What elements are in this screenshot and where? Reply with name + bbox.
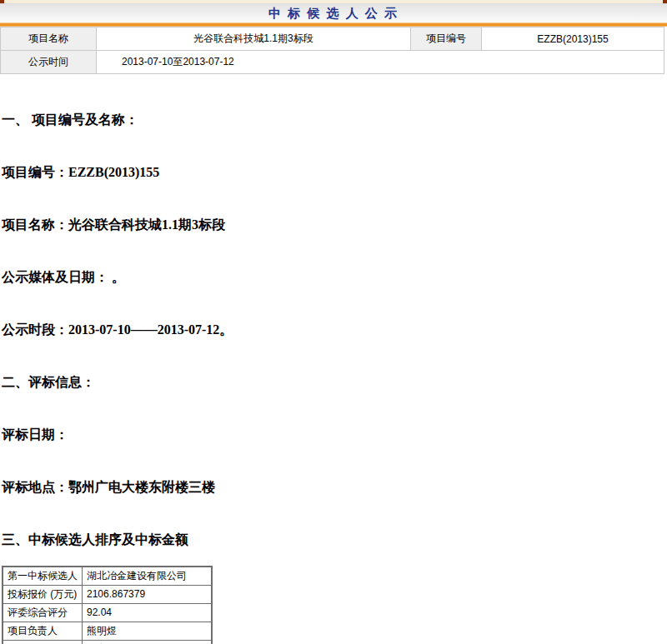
page-title: 中 标 候 选 人 公 示	[268, 6, 399, 22]
table-row: 第一中标候选人 湖北冶金建设有限公司	[3, 567, 212, 585]
table-row: 项目负责人 熊明煜	[3, 622, 212, 640]
section1-heading: 一、 项目编号及名称：	[2, 111, 667, 128]
manager1-label: 项目负责人	[3, 622, 83, 640]
candidate2-value: 新七建设集团有限公司	[83, 640, 213, 644]
candidate-table: 第一中标候选人 湖北冶金建设有限公司 投标报价 (万元) 2106.867379…	[2, 566, 213, 644]
table-row: 投标报价 (万元) 2106.867379	[3, 585, 212, 603]
project-info-table: 项目名称 光谷联合科技城1.1期3标段 项目编号 EZZB(2013)155 公…	[0, 27, 664, 74]
evaluation-date-line: 评标日期：	[2, 426, 667, 443]
project-name-line: 项目名称：光谷联合科技城1.1期3标段	[2, 216, 667, 233]
section3-heading: 三、中标候选人排序及中标金额	[2, 531, 667, 548]
corner-accent-right	[663, 0, 667, 3]
publicity-time-value: 2013-07-10至2013-07-12	[97, 51, 664, 74]
project-no-line: 项目编号：EZZB(2013)155	[2, 163, 667, 181]
section2-heading: 二、评标信息：	[2, 373, 667, 391]
publicity-time-label: 公示时间	[1, 51, 97, 74]
bid-price1-label: 投标报价 (万元)	[3, 585, 83, 603]
candidate1-value: 湖北冶金建设有限公司	[83, 567, 213, 585]
manager1-value: 熊明煜	[83, 622, 213, 640]
score1-value: 92.04	[83, 603, 213, 622]
bid-price1-value: 2106.867379	[83, 585, 213, 603]
table-row: 评委综合评分 92.04	[3, 603, 212, 622]
publicity-period-line: 公示时段：2013-07-10——2013-07-12。	[2, 321, 667, 338]
info-row-publicity-time: 公示时间 2013-07-10至2013-07-12	[1, 51, 664, 74]
title-band: 中 标 候 选 人 公 示	[0, 3, 667, 22]
info-row-project: 项目名称 光谷联合科技城1.1期3标段 项目编号 EZZB(2013)155	[1, 27, 664, 51]
publicity-media-line: 公示媒体及日期： 。	[2, 268, 667, 286]
candidate2-label: 第二中标候选人	[3, 640, 83, 644]
project-no-label: 项目编号	[411, 27, 482, 51]
project-no-value: EZZB(2013)155	[482, 27, 664, 51]
announcement-body: 一、 项目编号及名称： 项目编号：EZZB(2013)155 项目名称：光谷联合…	[0, 76, 667, 566]
project-name-label: 项目名称	[1, 27, 97, 51]
evaluation-place-line: 评标地点：鄂州广电大楼东附楼三楼	[2, 478, 667, 496]
score1-label: 评委综合评分	[3, 603, 83, 622]
corner-accent-left	[0, 0, 4, 3]
project-name-value: 光谷联合科技城1.1期3标段	[97, 27, 411, 51]
top-accent-strip	[0, 0, 667, 3]
table-row: 第二中标候选人 新七建设集团有限公司	[3, 640, 212, 644]
candidate1-label: 第一中标候选人	[3, 567, 83, 585]
